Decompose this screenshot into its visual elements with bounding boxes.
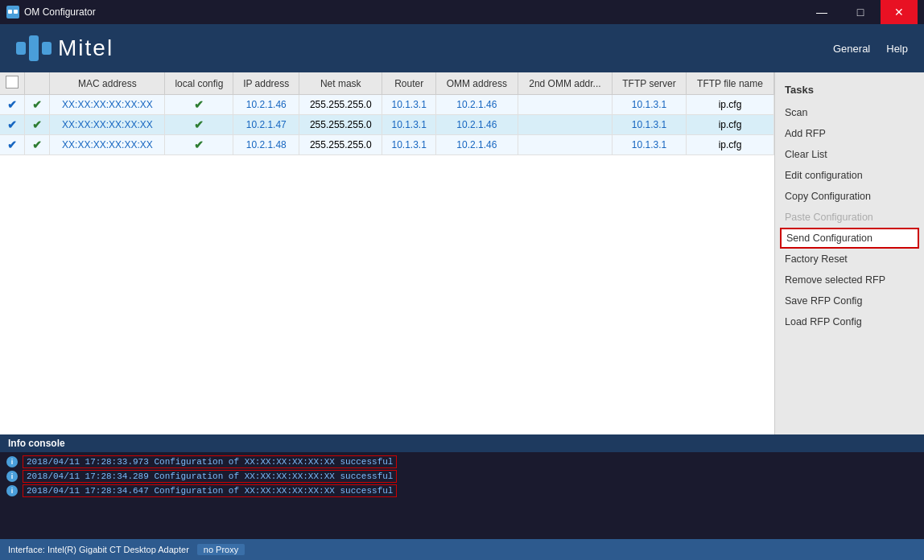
cell-omm: 10.2.1.46 (435, 135, 518, 155)
mac-link[interactable]: XX:XX:XX:XX:XX:XX (62, 99, 153, 110)
col-router: Router (382, 72, 436, 95)
cell-ip: 10.2.1.47 (233, 115, 299, 135)
field-link-ip[interactable]: 10.2.1.48 (246, 139, 287, 150)
task-item-remove-rfp[interactable]: Remove selected RFP (775, 270, 924, 290)
select-all-checkbox[interactable] (6, 76, 19, 89)
col-ip: IP address (233, 72, 299, 95)
selected-icon: ✔ (7, 118, 17, 131)
cell-local_config: ✔ (165, 115, 233, 135)
main-content: MAC address local config IP address Net … (0, 72, 924, 434)
maximize-button[interactable]: □ (842, 0, 879, 24)
local-config-checkmark: ✔ (194, 118, 204, 131)
task-item-scan[interactable]: Scan (775, 102, 924, 123)
title-bar-left: OM Configurator (6, 6, 96, 19)
cell-ip: 10.2.1.48 (233, 135, 299, 155)
field-link-omm[interactable]: 10.2.1.46 (456, 139, 497, 150)
log-info-icon: i (6, 471, 18, 482)
col-select-all[interactable] (0, 72, 24, 95)
minimize-button[interactable]: — (803, 0, 840, 24)
nav-help[interactable]: Help (886, 43, 908, 55)
status-bar: Interface: Intel(R) Gigabit CT Desktop A… (0, 539, 924, 560)
row-valid-icon: ✔ (24, 95, 50, 115)
log-entry: i 2018/04/11 17:28:34.289 Configuration … (6, 470, 918, 483)
cell-mac: XX:XX:XX:XX:XX:XX (50, 95, 165, 115)
close-button[interactable]: ✕ (881, 0, 918, 24)
field-link-router[interactable]: 10.1.3.1 (392, 139, 427, 150)
svg-rect-2 (16, 42, 26, 55)
row-select-checkbox[interactable]: ✔ (0, 95, 24, 115)
cell-tftp_server: 10.1.3.1 (613, 95, 687, 115)
field-link-router[interactable]: 10.1.3.1 (392, 119, 427, 130)
log-text: 2018/04/11 17:28:33.973 Configuration of… (23, 455, 397, 468)
task-item-load-rfp[interactable]: Load RFP Config (775, 311, 924, 332)
cell-mac: XX:XX:XX:XX:XX:XX (50, 135, 165, 155)
cell-netmask: 255.255.255.0 (299, 135, 382, 155)
mac-link[interactable]: XX:XX:XX:XX:XX:XX (62, 119, 153, 130)
log-text: 2018/04/11 17:28:34.289 Configuration of… (23, 470, 397, 483)
valid-checkmark: ✔ (32, 118, 42, 131)
valid-checkmark: ✔ (32, 98, 42, 111)
field-link-omm[interactable]: 10.2.1.46 (456, 99, 497, 110)
console-body: i 2018/04/11 17:28:33.973 Configuration … (0, 452, 924, 539)
task-item-save-rfp[interactable]: Save RFP Config (775, 290, 924, 311)
col-valid (24, 72, 50, 95)
cell-tftp_server: 10.1.3.1 (613, 135, 687, 155)
mitel-logo-icon (16, 35, 52, 61)
cell-tftp_server: 10.1.3.1 (613, 115, 687, 135)
table-body: ✔✔XX:XX:XX:XX:XX:XX✔10.2.1.46255.255.255… (0, 95, 774, 155)
window-title: OM Configurator (24, 6, 96, 18)
field-link-ip[interactable]: 10.2.1.47 (246, 119, 287, 130)
logo-text: Mitel (58, 35, 113, 61)
col-omm: OMM address (435, 72, 518, 95)
task-item-paste-config: Paste Configuration (775, 207, 924, 228)
task-item-add-rfp[interactable]: Add RFP (775, 123, 924, 144)
selected-icon: ✔ (7, 98, 17, 111)
field-link-tftp_server[interactable]: 10.1.3.1 (632, 139, 666, 150)
console-header: Info console (0, 434, 924, 452)
info-console: Info console i 2018/04/11 17:28:33.973 C… (0, 434, 924, 539)
cell-omm2 (518, 95, 612, 115)
table-row[interactable]: ✔✔XX:XX:XX:XX:XX:XX✔10.2.1.48255.255.255… (0, 135, 774, 155)
cell-netmask: 255.255.255.0 (299, 115, 382, 135)
field-link-tftp_server[interactable]: 10.1.3.1 (632, 119, 666, 130)
field-link-router[interactable]: 10.1.3.1 (392, 99, 427, 110)
task-item-send-config[interactable]: Send Configuration (780, 228, 919, 249)
logo: Mitel (16, 35, 113, 61)
field-link-ip[interactable]: 10.2.1.46 (246, 99, 287, 110)
cell-ip: 10.2.1.46 (233, 95, 299, 115)
row-valid-icon: ✔ (24, 115, 50, 135)
col-omm2: 2nd OMM addr... (518, 72, 612, 95)
tasks-list: ScanAdd RFPClear ListEdit configurationC… (775, 102, 924, 332)
table-header-row: MAC address local config IP address Net … (0, 72, 774, 95)
task-item-clear-list[interactable]: Clear List (775, 144, 924, 165)
row-select-checkbox[interactable]: ✔ (0, 115, 24, 135)
tasks-title: Tasks (775, 80, 924, 102)
table-row[interactable]: ✔✔XX:XX:XX:XX:XX:XX✔10.2.1.47255.255.255… (0, 115, 774, 135)
cell-local_config: ✔ (165, 135, 233, 155)
row-select-checkbox[interactable]: ✔ (0, 135, 24, 155)
task-item-copy-config[interactable]: Copy Configuration (775, 186, 924, 207)
cell-omm2 (518, 115, 612, 135)
task-item-edit-config[interactable]: Edit configuration (775, 165, 924, 186)
log-entry: i 2018/04/11 17:28:34.647 Configuration … (6, 484, 918, 497)
local-config-checkmark: ✔ (194, 138, 204, 151)
tasks-sidebar: Tasks ScanAdd RFPClear ListEdit configur… (774, 72, 924, 434)
task-item-factory-reset[interactable]: Factory Reset (775, 249, 924, 270)
header-nav: General Help (833, 43, 908, 55)
svg-rect-4 (42, 42, 52, 55)
field-link-omm[interactable]: 10.2.1.46 (456, 119, 497, 130)
cell-local_config: ✔ (165, 95, 233, 115)
table-area: MAC address local config IP address Net … (0, 72, 774, 434)
title-bar: OM Configurator — □ ✕ (0, 0, 924, 24)
col-netmask: Net mask (299, 72, 382, 95)
mac-link[interactable]: XX:XX:XX:XX:XX:XX (62, 139, 153, 150)
nav-general[interactable]: General (833, 43, 870, 55)
devices-table: MAC address local config IP address Net … (0, 72, 774, 155)
local-config-checkmark: ✔ (194, 98, 204, 111)
table-row[interactable]: ✔✔XX:XX:XX:XX:XX:XX✔10.2.1.46255.255.255… (0, 95, 774, 115)
app-icon (6, 6, 19, 19)
field-link-tftp_server[interactable]: 10.1.3.1 (632, 99, 666, 110)
valid-checkmark: ✔ (32, 138, 42, 151)
col-tftp-file: TFTP file name (687, 72, 774, 95)
proxy-label: no Proxy (197, 544, 245, 555)
